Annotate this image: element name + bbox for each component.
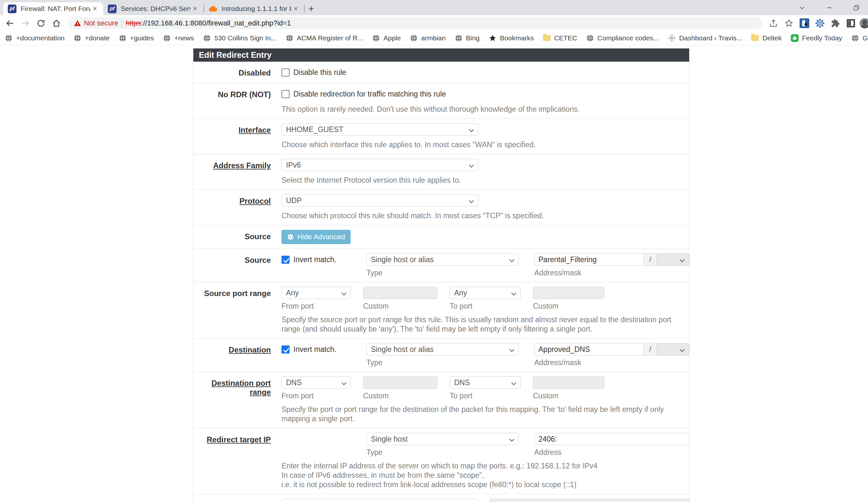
bookmark-item[interactable]: Bing	[455, 34, 480, 42]
tab-close-icon[interactable]: ×	[291, 4, 300, 13]
source-from-port-select[interactable]: Any	[281, 287, 351, 299]
row-label: Destination port range	[193, 377, 271, 423]
browser-tab[interactable]: pfFirewall: NAT: Port Forward: Edit×	[3, 2, 103, 15]
extension-globe-gear-icon[interactable]	[813, 17, 827, 30]
bookmark-item[interactable]: CETEC	[542, 34, 577, 42]
redirect-port-custom-input[interactable]	[490, 499, 690, 502]
bookmark-item[interactable]: Apple	[372, 34, 401, 42]
destination-to-custom-input[interactable]	[533, 377, 604, 389]
destination-to-port-select[interactable]: DNS	[450, 377, 521, 389]
bookmarks-bar: +documentation+donate+guides+news530 Col…	[0, 31, 868, 45]
interface-select[interactable]: HHOME_GUEST	[281, 123, 478, 136]
source-to-port-select[interactable]: Any	[450, 287, 521, 299]
extension-lock-icon[interactable]	[798, 17, 811, 30]
field-caption: Custom	[363, 302, 437, 310]
restore-window-icon[interactable]	[847, 1, 866, 14]
redirect-port-select[interactable]: DNS	[281, 499, 478, 502]
bookmark-item[interactable]: armbian	[410, 34, 446, 42]
panel-title: Edit Redirect Entry	[193, 49, 689, 62]
tab-search-chevron-icon[interactable]	[793, 1, 811, 14]
flower-icon	[668, 34, 676, 42]
globe-icon	[285, 34, 294, 42]
field-caption: From port	[281, 302, 351, 310]
source-invert-checkbox[interactable]	[281, 256, 290, 264]
url-text[interactable]: https://192.168.46.1:8080/firewall_nat_e…	[126, 19, 291, 28]
destination-from-port-select[interactable]: DNS	[281, 377, 351, 389]
help-text: Select the Internet Protocol version thi…	[281, 176, 679, 185]
minimize-icon[interactable]	[820, 1, 838, 14]
bookmark-label: Feedly Today	[802, 34, 843, 42]
extensions-puzzle-icon[interactable]	[829, 17, 842, 30]
warning-triangle-icon	[74, 19, 81, 27]
row-label: Source	[193, 230, 271, 244]
source-from-custom-input[interactable]	[363, 287, 437, 299]
profile-avatar[interactable]	[860, 18, 868, 28]
bookmark-label: CETEC	[554, 34, 577, 42]
bookmark-item[interactable]: Feedly Today	[790, 34, 843, 42]
bookmark-star-icon[interactable]	[782, 17, 796, 30]
tab-close-icon[interactable]: ×	[190, 4, 199, 13]
address-bar[interactable]: Not secure https://192.168.46.1:8080/fir…	[68, 17, 762, 29]
home-icon[interactable]	[50, 17, 63, 30]
help-text: Choose which interface this rule applies…	[281, 140, 679, 150]
source-type-select[interactable]: Single host or alias	[366, 254, 519, 266]
browser-tab[interactable]: pfServices: DHCPv6 Server & RA: H×	[103, 2, 203, 15]
row-label: Protocol	[193, 194, 271, 221]
bookmark-item[interactable]: Dashboard ‹ Travis...	[668, 34, 742, 42]
checkbox-label: Disable this rule	[293, 68, 347, 77]
bookmark-item[interactable]: ACMA Register of R...	[285, 34, 363, 42]
form-row-redirect-target-ip: Redirect target IP Single host Type Addr…	[193, 428, 689, 494]
destination-from-custom-input[interactable]	[363, 377, 437, 389]
row-label: Source	[193, 254, 271, 277]
feedly-icon	[790, 34, 799, 42]
bookmark-label: +news	[174, 34, 194, 42]
address-family-select[interactable]: IPv6	[281, 159, 478, 171]
destination-address-input[interactable]	[534, 343, 644, 356]
bookmark-item[interactable]: Bookmarks	[488, 34, 534, 42]
tab-close-icon[interactable]: ×	[90, 4, 100, 13]
new-tab-button[interactable]: +	[305, 2, 318, 15]
bookmark-item[interactable]: +documentation	[4, 34, 64, 42]
bookmark-item[interactable]: 530 Collins Sign In...	[203, 34, 277, 42]
no-rdr-checkbox[interactable]	[281, 90, 290, 98]
bookmark-item[interactable]: +donate	[73, 34, 110, 42]
protocol-select[interactable]: UDP	[281, 194, 478, 207]
field-caption: Type	[366, 358, 519, 367]
source-address-input[interactable]	[534, 254, 644, 266]
bookmark-label: Deltek	[763, 34, 782, 42]
source-to-custom-input[interactable]	[533, 287, 604, 299]
bookmark-item[interactable]: +guides	[118, 34, 154, 42]
bookmark-label: +guides	[130, 34, 154, 42]
destination-invert-checkbox[interactable]	[281, 346, 290, 354]
hide-advanced-button[interactable]: Hide Advanced	[281, 230, 351, 244]
redirect-ip-type-select[interactable]: Single host	[366, 433, 519, 445]
forward-icon[interactable]	[19, 17, 32, 30]
reload-icon[interactable]	[34, 17, 48, 30]
browser-tab[interactable]: Introducing 1.1.1.1 for Families×	[204, 2, 304, 15]
globe-icon	[455, 34, 463, 42]
disable-rule-checkbox[interactable]	[281, 69, 290, 76]
form-row-source-advanced: Source Hide Advanced	[193, 225, 689, 249]
not-secure-label[interactable]: Not secure	[84, 19, 118, 28]
share-icon[interactable]	[767, 17, 780, 30]
field-caption: Type	[366, 269, 519, 277]
form-row-destination: Destination Invert match. Single host or…	[193, 339, 689, 372]
back-icon[interactable]	[3, 17, 17, 30]
form-row-disabled: Disabled Disable this rule	[193, 62, 689, 83]
field-caption: Custom	[363, 392, 437, 400]
field-caption: From port	[281, 392, 351, 400]
url-rest: ://192.168.46.1:8080/firewall_nat_edit.p…	[141, 19, 291, 27]
row-label: Destination	[193, 343, 271, 367]
star-icon	[488, 34, 497, 42]
bookmark-item[interactable]: Get Pretty Link	[851, 34, 868, 42]
destination-mask-select[interactable]	[657, 343, 689, 356]
bookmark-item[interactable]: Compliance codes...	[586, 34, 659, 42]
redirect-ip-address-input[interactable]	[534, 433, 690, 445]
bookmark-item[interactable]: +news	[163, 34, 194, 42]
globe-icon	[203, 34, 211, 42]
tab-strip: pfFirewall: NAT: Port Forward: Edit×pfSe…	[0, 0, 868, 15]
destination-type-select[interactable]: Single host or alias	[366, 343, 519, 356]
bookmark-item[interactable]: Deltek	[751, 34, 782, 42]
source-mask-select[interactable]	[657, 254, 689, 266]
extension-contrast-icon[interactable]	[844, 17, 858, 30]
